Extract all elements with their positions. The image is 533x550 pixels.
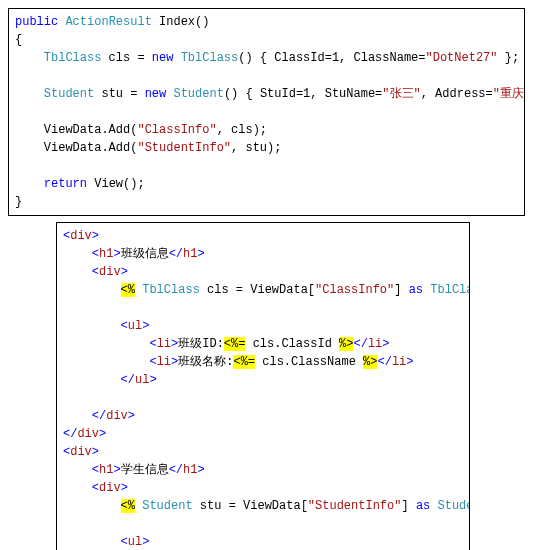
- type-student: Student: [44, 87, 94, 101]
- kw-return: return: [44, 177, 87, 191]
- h1-class: 班级信息: [121, 247, 169, 261]
- type-tblclass: TblClass: [44, 51, 102, 65]
- csharp-code-block: public ActionResult Index() { TblClass c…: [8, 8, 525, 216]
- parens: (): [195, 15, 209, 29]
- str-chongqing: "重庆市": [493, 87, 525, 101]
- aspx-code-block: <div> <h1>班级信息</h1> <div> <% TblClass cl…: [56, 222, 470, 550]
- kw-new: new: [152, 51, 174, 65]
- open-brace: {: [15, 33, 22, 47]
- li-classname-label: 班级名称:: [178, 355, 233, 369]
- method-name: Index: [159, 15, 195, 29]
- close-brace: }: [15, 195, 22, 209]
- kw-public: public: [15, 15, 58, 29]
- type-actionresult: ActionResult: [65, 15, 151, 29]
- str-dotnet: "DotNet27": [426, 51, 498, 65]
- li-classid-label: 班级ID:: [178, 337, 224, 351]
- str-zhangsan: "张三": [382, 87, 420, 101]
- asp-block-open: <%: [121, 283, 135, 297]
- h1-student: 学生信息: [121, 463, 169, 477]
